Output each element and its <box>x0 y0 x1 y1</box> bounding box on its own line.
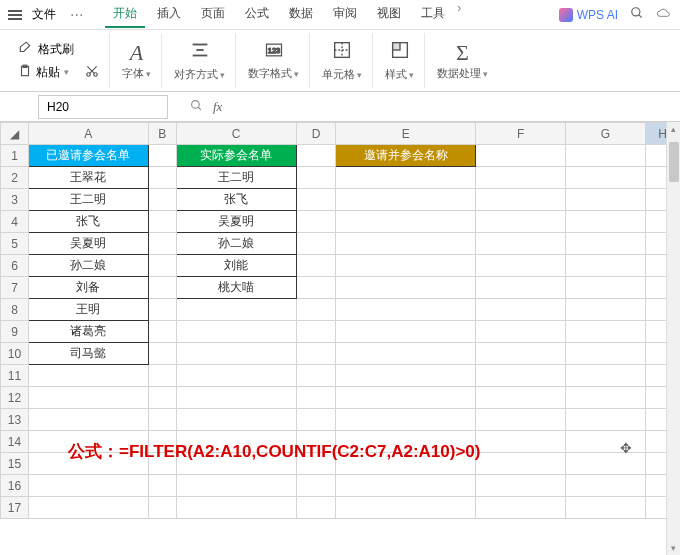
cell[interactable] <box>476 321 566 343</box>
scroll-thumb[interactable] <box>669 142 679 182</box>
row-header[interactable]: 15 <box>1 453 29 475</box>
table-row[interactable]: 6孙二娘刘能 <box>1 255 680 277</box>
col-header-E[interactable]: E <box>336 123 476 145</box>
row-header[interactable]: 10 <box>1 343 29 365</box>
cell[interactable] <box>476 189 566 211</box>
row-header[interactable]: 11 <box>1 365 29 387</box>
row-header[interactable]: 8 <box>1 299 29 321</box>
cell[interactable] <box>148 387 176 409</box>
format-painter-button[interactable]: 格式刷 <box>18 41 74 58</box>
cell[interactable]: 邀请并参会名称 <box>336 145 476 167</box>
cell[interactable] <box>476 409 566 431</box>
cell[interactable] <box>296 145 336 167</box>
cell[interactable] <box>176 365 296 387</box>
paste-button[interactable]: 粘贴 ▾ <box>18 64 69 81</box>
row-header[interactable]: 6 <box>1 255 29 277</box>
cell[interactable] <box>566 431 646 453</box>
cell[interactable]: 已邀请参会名单 <box>28 145 148 167</box>
cell[interactable] <box>336 233 476 255</box>
cell[interactable] <box>296 233 336 255</box>
cell[interactable] <box>176 299 296 321</box>
cell[interactable]: 刘备 <box>28 277 148 299</box>
cell[interactable] <box>336 321 476 343</box>
cell[interactable] <box>476 343 566 365</box>
table-row[interactable]: 7刘备桃大喵 <box>1 277 680 299</box>
table-row[interactable]: 16 <box>1 475 680 497</box>
table-row[interactable]: 17 <box>1 497 680 519</box>
col-header-A[interactable]: A <box>28 123 148 145</box>
cell[interactable] <box>148 321 176 343</box>
cell[interactable] <box>296 365 336 387</box>
cell[interactable] <box>336 497 476 519</box>
tab-start[interactable]: 开始 <box>105 1 145 28</box>
col-header-G[interactable]: G <box>566 123 646 145</box>
cell[interactable] <box>176 387 296 409</box>
cell[interactable] <box>296 299 336 321</box>
hamburger-icon[interactable] <box>8 8 22 22</box>
cell[interactable] <box>476 233 566 255</box>
cell[interactable] <box>566 299 646 321</box>
chevron-right-icon[interactable]: › <box>457 1 461 28</box>
cell[interactable] <box>566 387 646 409</box>
cell[interactable] <box>296 277 336 299</box>
row-header[interactable]: 13 <box>1 409 29 431</box>
cell[interactable] <box>566 277 646 299</box>
cell[interactable] <box>28 387 148 409</box>
cell[interactable] <box>28 475 148 497</box>
cell[interactable]: 张飞 <box>176 189 296 211</box>
tool-group-number[interactable]: 123 数字格式▾ <box>238 33 310 88</box>
cell[interactable] <box>566 453 646 475</box>
tab-tools[interactable]: 工具 <box>413 1 453 28</box>
cell[interactable] <box>336 277 476 299</box>
scroll-down-icon[interactable]: ▾ <box>667 543 680 553</box>
cell[interactable] <box>176 475 296 497</box>
cell[interactable] <box>476 453 566 475</box>
cell[interactable] <box>336 409 476 431</box>
cell[interactable] <box>148 299 176 321</box>
cell[interactable] <box>566 343 646 365</box>
cell[interactable] <box>296 167 336 189</box>
cell[interactable]: 司马懿 <box>28 343 148 365</box>
cell[interactable] <box>336 475 476 497</box>
formula-input[interactable] <box>234 92 680 121</box>
cell[interactable] <box>176 321 296 343</box>
cell[interactable] <box>296 321 336 343</box>
cell[interactable] <box>28 497 148 519</box>
cell[interactable] <box>476 299 566 321</box>
cell[interactable]: 诸葛亮 <box>28 321 148 343</box>
file-menu[interactable]: 文件 <box>32 6 56 23</box>
cell[interactable]: 吴夏明 <box>176 211 296 233</box>
col-header-D[interactable]: D <box>296 123 336 145</box>
table-row[interactable]: 13 <box>1 409 680 431</box>
cell[interactable]: 吴夏明 <box>28 233 148 255</box>
row-header[interactable]: 2 <box>1 167 29 189</box>
tool-group-dataprocess[interactable]: Σ 数据处理▾ <box>427 33 498 88</box>
row-header[interactable]: 12 <box>1 387 29 409</box>
cell[interactable] <box>176 409 296 431</box>
tab-page[interactable]: 页面 <box>193 1 233 28</box>
cell[interactable]: 张飞 <box>28 211 148 233</box>
table-row[interactable]: 2王翠花王二明 <box>1 167 680 189</box>
row-header[interactable]: 5 <box>1 233 29 255</box>
row-header[interactable]: 17 <box>1 497 29 519</box>
scroll-up-icon[interactable]: ▴ <box>667 124 680 134</box>
table-row[interactable]: 9诸葛亮 <box>1 321 680 343</box>
cell[interactable] <box>566 475 646 497</box>
cell[interactable] <box>296 255 336 277</box>
cell[interactable]: 王二明 <box>28 189 148 211</box>
tool-group-style[interactable]: 样式▾ <box>375 33 425 88</box>
cell[interactable] <box>566 255 646 277</box>
cell[interactable] <box>566 233 646 255</box>
row-header[interactable]: 3 <box>1 189 29 211</box>
tab-review[interactable]: 审阅 <box>325 1 365 28</box>
search-fn-icon[interactable] <box>190 99 203 115</box>
col-header-C[interactable]: C <box>176 123 296 145</box>
cell[interactable] <box>476 365 566 387</box>
row-header[interactable]: 1 <box>1 145 29 167</box>
cell[interactable] <box>176 497 296 519</box>
cell[interactable] <box>476 431 566 453</box>
cell[interactable] <box>476 497 566 519</box>
cell[interactable] <box>148 277 176 299</box>
cell[interactable] <box>148 255 176 277</box>
col-header-F[interactable]: F <box>476 123 566 145</box>
